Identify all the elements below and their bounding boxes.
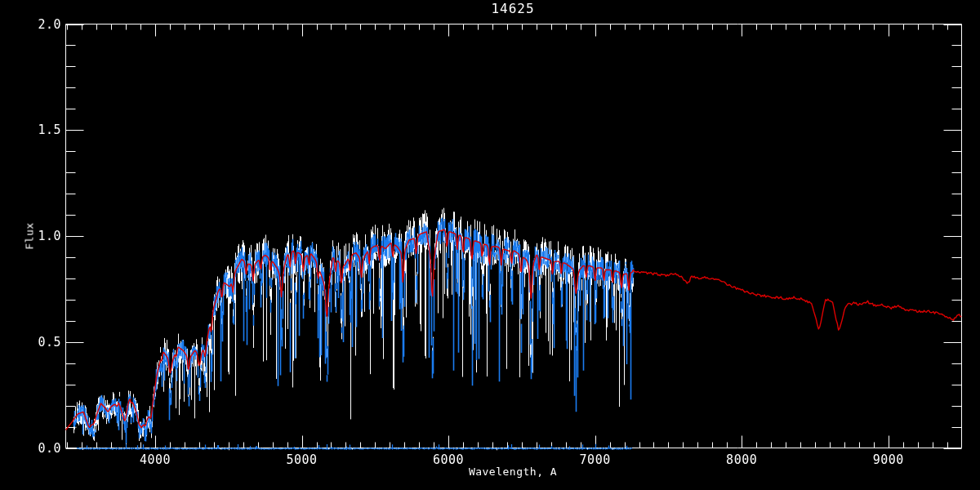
x-tick-label: 9000 (873, 452, 904, 467)
x-tick-label: 4000 (140, 452, 171, 467)
x-tick-label: 8000 (726, 452, 757, 467)
spectrum-plot-canvas (0, 0, 980, 490)
y-tick-label: 0.5 (0, 335, 61, 350)
x-axis-label: Wavelength, A (469, 466, 557, 478)
x-tick-label: 7000 (580, 452, 611, 467)
y-tick-label: 2.0 (0, 17, 61, 32)
plot-title: 14625 (491, 1, 534, 16)
x-tick-label: 5000 (286, 452, 317, 467)
spectrum-figure: 14625 Wavelength, A Flux 400050006000700… (0, 0, 980, 490)
y-tick-label: 1.5 (0, 122, 61, 137)
y-tick-label: 0.0 (0, 441, 61, 456)
y-tick-label: 1.0 (0, 229, 61, 243)
x-tick-label: 6000 (433, 452, 464, 467)
